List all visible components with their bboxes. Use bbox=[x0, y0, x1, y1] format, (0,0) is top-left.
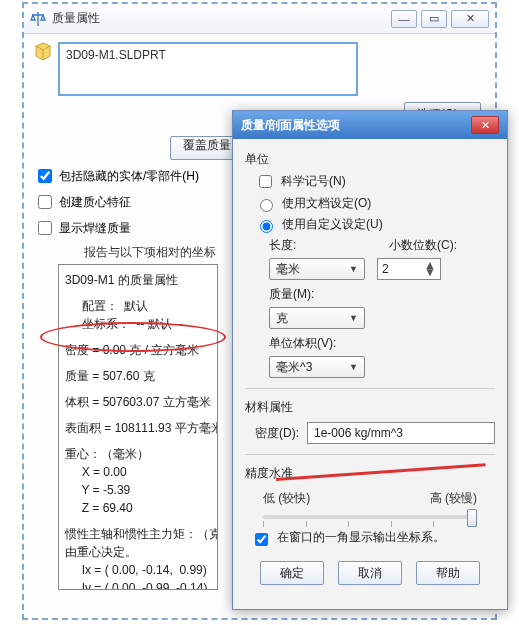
use-custom-label: 使用自定义设定(U) bbox=[282, 216, 383, 233]
dialog-close-button[interactable]: ✕ bbox=[471, 116, 499, 134]
out-line: 密度 = 0.00 克 / 立方毫米 bbox=[65, 341, 211, 359]
out-line: Z = 69.40 bbox=[65, 499, 211, 517]
length-unit-select[interactable]: 毫米 ▼ bbox=[269, 258, 365, 280]
create-cog-checkbox[interactable] bbox=[38, 195, 52, 209]
document-row: 3D09-M1.SLDPRT bbox=[34, 42, 485, 96]
use-doc-radio[interactable] bbox=[260, 199, 273, 212]
slider-high-label: 高 (较慢) bbox=[430, 490, 477, 507]
show-corner-label: 在窗口的一角显示输出坐标系。 bbox=[277, 530, 445, 546]
help-button[interactable]: 帮助 bbox=[416, 561, 480, 585]
accuracy-group-label: 精度水准 bbox=[245, 465, 495, 482]
close-button[interactable]: ✕ bbox=[451, 10, 489, 28]
main-titlebar: 质量属性 — ▭ ✕ bbox=[24, 4, 495, 34]
main-title: 质量属性 bbox=[52, 10, 391, 27]
density-label: 密度(D): bbox=[255, 425, 299, 442]
include-hidden-checkbox[interactable] bbox=[38, 169, 52, 183]
out-line: 表面积 = 108111.93 平方毫米 bbox=[65, 419, 211, 437]
balance-scale-icon bbox=[30, 11, 46, 27]
section-properties-options-dialog: 质量/剖面属性选项 ✕ 单位 科学记号(N) 使用文档设定(O) 使用自定义设定… bbox=[232, 110, 508, 610]
decimal-places-value: 2 bbox=[382, 262, 389, 276]
use-doc-label: 使用文档设定(O) bbox=[282, 195, 371, 212]
show-weld-checkbox[interactable] bbox=[38, 221, 52, 235]
chevron-down-icon: ▼ bbox=[349, 313, 358, 323]
window-controls: — ▭ ✕ bbox=[391, 10, 489, 28]
unit-group-label: 单位 bbox=[245, 151, 495, 168]
use-doc-row: 使用文档设定(O) bbox=[255, 195, 495, 212]
chevron-down-icon: ▼ bbox=[349, 264, 358, 274]
accuracy-slider-thumb[interactable] bbox=[467, 509, 477, 527]
sci-notation-label: 科学记号(N) bbox=[281, 173, 346, 190]
decimal-places-input[interactable]: 2 ▲▼ bbox=[377, 258, 441, 280]
out-line: Ix = ( 0.00, -0.14, 0.99) bbox=[65, 561, 211, 579]
out-volume-line: 体积 = 507603.07 立方毫米 bbox=[65, 393, 211, 411]
out-line: 惯性主轴和惯性主力矩：（克 * bbox=[65, 525, 211, 543]
separator bbox=[245, 454, 495, 455]
include-hidden-label: 包括隐藏的实体/零部件(H) bbox=[59, 168, 199, 185]
show-corner-checkbox[interactable] bbox=[255, 533, 268, 546]
show-corner-row: 在窗口的一角显示输出坐标系。 bbox=[251, 530, 495, 549]
accuracy-slider-wrap: 低 (较快) 高 (较慢) bbox=[263, 490, 477, 520]
density-value: 1e-006 kg/mm^3 bbox=[314, 426, 403, 440]
maximize-button[interactable]: ▭ bbox=[421, 10, 447, 28]
length-unit-value: 毫米 bbox=[276, 261, 300, 278]
part-file-icon bbox=[34, 42, 52, 64]
filename-input[interactable]: 3D09-M1.SLDPRT bbox=[58, 42, 358, 96]
spinner-icon[interactable]: ▲▼ bbox=[424, 262, 436, 276]
ok-button[interactable]: 确定 bbox=[260, 561, 324, 585]
use-custom-radio[interactable] bbox=[260, 220, 273, 233]
out-line: 坐标系： -- 默认 -- bbox=[65, 315, 211, 333]
mass-unit-select[interactable]: 克 ▼ bbox=[269, 307, 365, 329]
create-cog-label: 创建质心特征 bbox=[59, 194, 131, 211]
out-line: X = 0.00 bbox=[65, 463, 211, 481]
material-group-label: 材料属性 bbox=[245, 399, 495, 416]
out-line: Y = -5.39 bbox=[65, 481, 211, 499]
minimize-button[interactable]: — bbox=[391, 10, 417, 28]
dialog-titlebar: 质量/剖面属性选项 ✕ bbox=[233, 111, 507, 139]
mass-unit-value: 克 bbox=[276, 310, 288, 327]
dialog-buttons: 确定 取消 帮助 bbox=[245, 561, 495, 585]
out-line: 质量 = 507.60 克 bbox=[65, 367, 211, 385]
mass-properties-output[interactable]: 3D09-M1 的质量属性 配置： 默认 坐标系： -- 默认 -- 密度 = … bbox=[58, 264, 218, 590]
out-line: Iy = ( 0.00, -0.99, -0.14) bbox=[65, 579, 211, 590]
show-weld-label: 显示焊缝质量 bbox=[59, 220, 131, 237]
separator bbox=[245, 388, 495, 389]
mass-label: 质量(M): bbox=[269, 286, 495, 303]
dialog-body: 单位 科学记号(N) 使用文档设定(O) 使用自定义设定(U) 长度: 小数位数… bbox=[233, 139, 507, 593]
dialog-title: 质量/剖面属性选项 bbox=[241, 117, 471, 134]
density-input[interactable]: 1e-006 kg/mm^3 bbox=[307, 422, 495, 444]
decimal-label: 小数位数(C): bbox=[389, 237, 457, 254]
length-label: 长度: bbox=[269, 237, 317, 254]
pervol-label: 单位体积(V): bbox=[269, 335, 495, 352]
pervol-unit-value: 毫米^3 bbox=[276, 359, 312, 376]
use-custom-row: 使用自定义设定(U) bbox=[255, 216, 495, 233]
out-line: 配置： 默认 bbox=[65, 297, 211, 315]
out-line: 由重心决定。 bbox=[65, 543, 211, 561]
sci-notation-row: 科学记号(N) bbox=[255, 172, 495, 191]
out-line: 3D09-M1 的质量属性 bbox=[65, 271, 211, 289]
cancel-button[interactable]: 取消 bbox=[338, 561, 402, 585]
slider-low-label: 低 (较快) bbox=[263, 490, 310, 507]
out-line: 重心：（毫米） bbox=[65, 445, 211, 463]
sci-notation-checkbox[interactable] bbox=[259, 175, 272, 188]
accuracy-slider-track[interactable] bbox=[263, 515, 477, 519]
chevron-down-icon: ▼ bbox=[349, 362, 358, 372]
pervol-unit-select[interactable]: 毫米^3 ▼ bbox=[269, 356, 365, 378]
